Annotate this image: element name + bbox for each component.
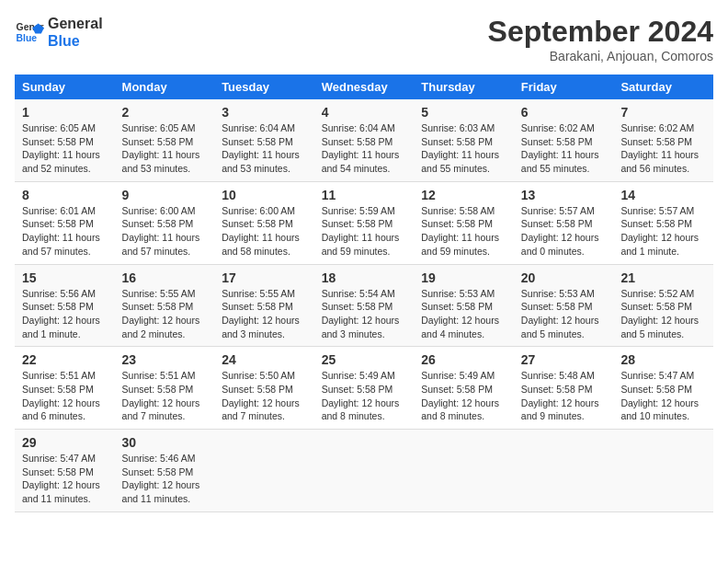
day-number: 1	[22, 105, 108, 120]
day-info: Sunrise: 5:58 AMSunset: 5:58 PMDaylight:…	[421, 204, 506, 259]
calendar-cell: 19Sunrise: 5:53 AMSunset: 5:58 PMDayligh…	[414, 264, 514, 347]
day-info: Sunrise: 6:00 AMSunset: 5:58 PMDaylight:…	[122, 204, 208, 259]
calendar-cell: 26Sunrise: 5:49 AMSunset: 5:58 PMDayligh…	[414, 347, 514, 430]
calendar-cell: 14Sunrise: 5:57 AMSunset: 5:58 PMDayligh…	[613, 181, 713, 264]
day-info: Sunrise: 6:05 AMSunset: 5:58 PMDaylight:…	[22, 121, 108, 176]
day-number: 13	[521, 188, 607, 202]
calendar-cell: 24Sunrise: 5:50 AMSunset: 5:58 PMDayligh…	[214, 347, 314, 430]
day-number: 2	[122, 105, 208, 120]
calendar-cell: 25Sunrise: 5:49 AMSunset: 5:58 PMDayligh…	[314, 347, 415, 430]
calendar-cell: 8Sunrise: 6:01 AMSunset: 5:58 PMDaylight…	[15, 181, 115, 264]
day-info: Sunrise: 6:04 AMSunset: 5:58 PMDaylight:…	[322, 121, 407, 176]
weekday-header: Wednesday	[314, 75, 415, 99]
day-info: Sunrise: 5:59 AMSunset: 5:58 PMDaylight:…	[322, 204, 407, 259]
weekday-header: Thursday	[414, 75, 514, 99]
day-number: 28	[620, 352, 706, 367]
day-info: Sunrise: 5:49 AMSunset: 5:58 PMDaylight:…	[322, 369, 407, 423]
calendar-cell: 12Sunrise: 5:58 AMSunset: 5:58 PMDayligh…	[414, 181, 514, 264]
day-info: Sunrise: 6:04 AMSunset: 5:58 PMDaylight:…	[222, 121, 307, 176]
day-number: 30	[122, 435, 208, 450]
calendar-cell: 29Sunrise: 5:47 AMSunset: 5:58 PMDayligh…	[15, 430, 115, 512]
day-info: Sunrise: 5:49 AMSunset: 5:58 PMDaylight:…	[421, 369, 506, 423]
day-info: Sunrise: 6:03 AMSunset: 5:58 PMDaylight:…	[421, 121, 506, 176]
day-number: 7	[620, 105, 706, 120]
day-info: Sunrise: 5:56 AMSunset: 5:58 PMDaylight:…	[22, 287, 108, 341]
calendar-cell: 21Sunrise: 5:52 AMSunset: 5:58 PMDayligh…	[613, 264, 713, 347]
location-subtitle: Barakani, Anjouan, Comoros	[488, 49, 713, 63]
day-number: 11	[322, 188, 407, 202]
day-info: Sunrise: 6:02 AMSunset: 5:58 PMDaylight:…	[620, 121, 706, 176]
day-number: 20	[521, 270, 607, 285]
day-number: 9	[122, 188, 208, 202]
calendar-cell: 9Sunrise: 6:00 AMSunset: 5:58 PMDaylight…	[115, 181, 215, 264]
calendar-cell: 10Sunrise: 6:00 AMSunset: 5:58 PMDayligh…	[214, 181, 314, 264]
day-number: 26	[421, 352, 506, 367]
day-number: 8	[22, 188, 108, 202]
day-number: 10	[222, 188, 307, 202]
day-number: 27	[521, 352, 607, 367]
day-number: 12	[421, 188, 506, 202]
calendar-cell: 23Sunrise: 5:51 AMSunset: 5:58 PMDayligh…	[115, 347, 215, 430]
calendar-cell: 28Sunrise: 5:47 AMSunset: 5:58 PMDayligh…	[613, 347, 713, 430]
calendar-cell	[214, 430, 314, 512]
day-number: 3	[222, 105, 307, 120]
calendar-cell: 30Sunrise: 5:46 AMSunset: 5:58 PMDayligh…	[115, 430, 215, 512]
day-info: Sunrise: 5:50 AMSunset: 5:58 PMDaylight:…	[222, 369, 307, 423]
day-number: 23	[122, 352, 208, 367]
calendar-cell: 15Sunrise: 5:56 AMSunset: 5:58 PMDayligh…	[15, 264, 115, 347]
weekday-header-row: SundayMondayTuesdayWednesdayThursdayFrid…	[15, 75, 713, 99]
weekday-header: Friday	[514, 75, 614, 99]
day-info: Sunrise: 5:51 AMSunset: 5:58 PMDaylight:…	[122, 369, 208, 423]
calendar-week-row: 8Sunrise: 6:01 AMSunset: 5:58 PMDaylight…	[15, 181, 713, 264]
calendar-cell: 11Sunrise: 5:59 AMSunset: 5:58 PMDayligh…	[314, 181, 415, 264]
day-info: Sunrise: 5:48 AMSunset: 5:58 PMDaylight:…	[521, 369, 607, 423]
day-info: Sunrise: 6:02 AMSunset: 5:58 PMDaylight:…	[521, 121, 607, 176]
day-number: 15	[22, 270, 108, 285]
calendar-cell	[514, 430, 614, 512]
calendar-cell	[314, 430, 415, 512]
calendar-cell: 16Sunrise: 5:55 AMSunset: 5:58 PMDayligh…	[115, 264, 215, 347]
day-number: 21	[620, 270, 706, 285]
day-info: Sunrise: 5:55 AMSunset: 5:58 PMDaylight:…	[222, 287, 307, 341]
calendar-cell: 4Sunrise: 6:04 AMSunset: 5:58 PMDaylight…	[314, 99, 415, 181]
logo: General Blue General Blue	[15, 15, 103, 50]
day-info: Sunrise: 5:57 AMSunset: 5:58 PMDaylight:…	[620, 204, 706, 259]
day-info: Sunrise: 6:05 AMSunset: 5:58 PMDaylight:…	[122, 121, 208, 176]
day-info: Sunrise: 5:53 AMSunset: 5:58 PMDaylight:…	[421, 287, 506, 341]
day-number: 14	[620, 188, 706, 202]
calendar-week-row: 22Sunrise: 5:51 AMSunset: 5:58 PMDayligh…	[15, 347, 713, 430]
day-number: 18	[322, 270, 407, 285]
day-info: Sunrise: 6:00 AMSunset: 5:58 PMDaylight:…	[222, 204, 307, 259]
day-number: 5	[421, 105, 506, 120]
day-number: 19	[421, 270, 506, 285]
calendar-cell: 13Sunrise: 5:57 AMSunset: 5:58 PMDayligh…	[514, 181, 614, 264]
day-info: Sunrise: 5:52 AMSunset: 5:58 PMDaylight:…	[620, 287, 706, 341]
weekday-header: Saturday	[613, 75, 713, 99]
svg-text:Blue: Blue	[17, 33, 38, 43]
calendar-cell	[613, 430, 713, 512]
calendar-cell: 3Sunrise: 6:04 AMSunset: 5:58 PMDaylight…	[214, 99, 314, 181]
calendar-cell: 17Sunrise: 5:55 AMSunset: 5:58 PMDayligh…	[214, 264, 314, 347]
day-number: 6	[521, 105, 607, 120]
calendar-week-row: 1Sunrise: 6:05 AMSunset: 5:58 PMDaylight…	[15, 99, 713, 181]
calendar-cell: 27Sunrise: 5:48 AMSunset: 5:58 PMDayligh…	[514, 347, 614, 430]
day-number: 24	[222, 352, 307, 367]
calendar-table: SundayMondayTuesdayWednesdayThursdayFrid…	[15, 75, 713, 512]
calendar-cell: 5Sunrise: 6:03 AMSunset: 5:58 PMDaylight…	[414, 99, 514, 181]
day-number: 17	[222, 270, 307, 285]
day-number: 25	[322, 352, 407, 367]
day-info: Sunrise: 5:46 AMSunset: 5:58 PMDaylight:…	[122, 452, 208, 506]
weekday-header: Tuesday	[214, 75, 314, 99]
logo-blue: Blue	[48, 32, 103, 50]
day-info: Sunrise: 5:47 AMSunset: 5:58 PMDaylight:…	[22, 452, 108, 506]
calendar-cell: 6Sunrise: 6:02 AMSunset: 5:58 PMDaylight…	[514, 99, 614, 181]
logo-icon: General Blue	[15, 17, 44, 47]
month-title: September 2024	[488, 15, 713, 49]
day-number: 29	[22, 435, 108, 450]
calendar-cell: 1Sunrise: 6:05 AMSunset: 5:58 PMDaylight…	[15, 99, 115, 181]
day-info: Sunrise: 5:47 AMSunset: 5:58 PMDaylight:…	[620, 369, 706, 423]
day-number: 22	[22, 352, 108, 367]
weekday-header: Sunday	[15, 75, 115, 99]
title-block: September 2024 Barakani, Anjouan, Comoro…	[488, 15, 713, 63]
weekday-header: Monday	[115, 75, 215, 99]
